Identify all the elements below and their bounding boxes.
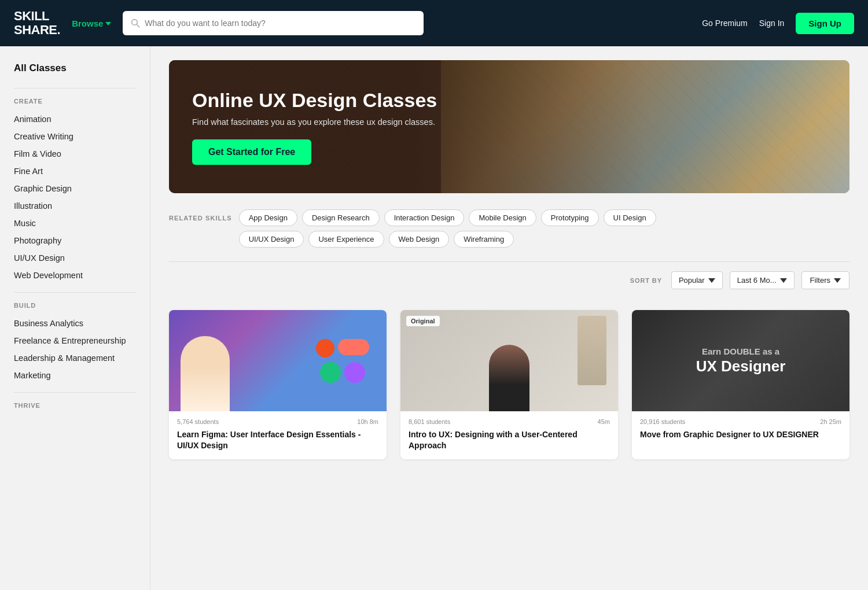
course-students-figma: 5,764 students xyxy=(177,418,219,425)
figma-orange-pill xyxy=(338,339,369,355)
sidebar-item-freelance[interactable]: Freelance & Entrepreneurship xyxy=(14,332,136,349)
related-skills-row-2: RELATED SKILLS UI/UX Design User Experie… xyxy=(169,231,849,248)
hero-title: Online UX Design Classes xyxy=(192,89,437,112)
sidebar-item-creative-writing[interactable]: Creative Writing xyxy=(14,128,136,145)
skill-tag-wireframing[interactable]: Wireframing xyxy=(454,231,514,248)
sidebar-item-marketing[interactable]: Marketing xyxy=(14,367,136,384)
figma-purple-circle xyxy=(344,362,365,383)
sidebar-all-classes[interactable]: All Classes xyxy=(14,62,136,74)
sidebar-item-film-video[interactable]: Film & Video xyxy=(14,145,136,163)
course-meta-ux: 8,601 students 45m xyxy=(409,418,610,425)
sidebar-item-ui-ux[interactable]: UI/UX Design xyxy=(14,249,136,267)
skill-tag-user-experience[interactable]: User Experience xyxy=(308,231,384,248)
sort-time-select[interactable]: Last 6 Mo... xyxy=(730,271,795,289)
earn-text-top: Earn DOUBLE as a xyxy=(696,346,786,357)
course-title-ux: Intro to UX: Designing with a User-Cente… xyxy=(409,429,610,451)
hero-cta-button[interactable]: Get Started for Free xyxy=(192,139,311,165)
chevron-down-icon-3 xyxy=(834,278,841,283)
course-info-ux: 8,601 students 45m Intro to UX: Designin… xyxy=(400,411,618,459)
sort-popular-select[interactable]: Popular xyxy=(671,271,723,289)
course-thumbnail-ux: Original xyxy=(400,310,618,411)
browse-label: Browse xyxy=(72,19,103,28)
course-title-figma: Learn Figma: User Interface Design Essen… xyxy=(177,429,378,451)
search-icon xyxy=(131,19,140,28)
figma-green-circle xyxy=(320,362,341,383)
related-skills-section: RELATED SKILLS App Design Design Researc… xyxy=(169,209,849,248)
person-silhouette xyxy=(181,336,230,411)
hero-content: Online UX Design Classes Find what fasci… xyxy=(169,70,460,184)
sidebar-item-leadership[interactable]: Leadership & Management xyxy=(14,349,136,367)
related-skills-row-1: RELATED SKILLS App Design Design Researc… xyxy=(169,209,849,226)
sidebar-item-business-analytics[interactable]: Business Analytics xyxy=(14,315,136,332)
skill-tag-ui-ux-design[interactable]: UI/UX Design xyxy=(239,231,304,248)
skill-tag-interaction-design[interactable]: Interaction Design xyxy=(384,209,465,226)
sign-up-button[interactable]: Sign Up xyxy=(796,13,854,34)
chevron-down-icon xyxy=(708,278,715,283)
sidebar-item-illustration[interactable]: Illustration xyxy=(14,197,136,215)
sidebar-item-photography[interactable]: Photography xyxy=(14,232,136,249)
course-duration-figma: 10h 8m xyxy=(357,418,378,425)
sidebar-divider-3 xyxy=(14,392,136,393)
sort-time-value: Last 6 Mo... xyxy=(737,276,777,285)
courses-grid: 5,764 students 10h 8m Learn Figma: User … xyxy=(169,310,849,459)
sidebar-section-create: CREATE xyxy=(14,98,136,105)
chevron-down-icon-2 xyxy=(780,278,787,283)
sidebar: All Classes CREATE Animation Creative Wr… xyxy=(0,46,150,590)
earn-text-main: UX Designer xyxy=(696,357,786,375)
skill-tag-web-design[interactable]: Web Design xyxy=(389,231,450,248)
original-badge: Original xyxy=(406,316,440,326)
person-body xyxy=(489,345,529,411)
header: SKILL SHaRe. Browse Go Premium Sign In S… xyxy=(0,0,868,46)
figma-shapes xyxy=(316,339,369,383)
sign-in-button[interactable]: Sign In xyxy=(759,19,785,28)
search-bar xyxy=(123,11,424,35)
sidebar-item-graphic-design[interactable]: Graphic Design xyxy=(14,180,136,197)
course-thumbnail-figma xyxy=(169,310,387,411)
filters-label: Filters xyxy=(810,276,830,285)
hero-banner: Online UX Design Classes Find what fasci… xyxy=(169,60,849,193)
skill-tag-prototyping[interactable]: Prototyping xyxy=(541,209,599,226)
search-input[interactable] xyxy=(145,19,415,28)
filters-button[interactable]: Filters xyxy=(801,271,849,289)
earn-thumbnail-bg: Earn DOUBLE as a UX Designer xyxy=(632,310,849,411)
course-students-earn: 20,916 students xyxy=(640,418,685,425)
skill-tag-app-design[interactable]: App Design xyxy=(239,209,297,226)
svg-line-1 xyxy=(137,24,140,27)
sort-by-label: SORT BY xyxy=(630,277,662,284)
course-card-figma[interactable]: 5,764 students 10h 8m Learn Figma: User … xyxy=(169,310,387,459)
skill-tag-mobile-design[interactable]: Mobile Design xyxy=(469,209,536,226)
sort-bar: SORT BY Popular Last 6 Mo... Filters xyxy=(169,261,849,298)
figma-thumbnail-bg xyxy=(169,310,387,411)
course-card-earn[interactable]: Earn DOUBLE as a UX Designer 20,916 stud… xyxy=(632,310,849,459)
course-duration-earn: 2h 25m xyxy=(820,418,841,425)
hero-subtitle: Find what fascinates you as you explore … xyxy=(192,117,437,127)
go-premium-button[interactable]: Go Premium xyxy=(702,19,748,28)
sidebar-divider xyxy=(14,88,136,89)
course-card-ux[interactable]: Original 8,601 students 45m Intro to UX:… xyxy=(400,310,618,459)
main-content: Online UX Design Classes Find what fasci… xyxy=(150,46,868,590)
header-right: Go Premium Sign In Sign Up xyxy=(702,13,854,34)
sidebar-item-web-dev[interactable]: Web Development xyxy=(14,267,136,284)
sidebar-item-animation[interactable]: Animation xyxy=(14,110,136,128)
sidebar-item-fine-art[interactable]: Fine Art xyxy=(14,163,136,180)
course-thumbnail-earn: Earn DOUBLE as a UX Designer xyxy=(632,310,849,411)
skill-tag-design-research[interactable]: Design Research xyxy=(302,209,380,226)
svg-point-0 xyxy=(132,20,138,25)
course-title-earn: Move from Graphic Designer to UX DESIGNE… xyxy=(640,429,841,440)
sort-popular-value: Popular xyxy=(679,276,705,285)
course-meta-figma: 5,764 students 10h 8m xyxy=(177,418,378,425)
course-duration-ux: 45m xyxy=(598,418,610,425)
chevron-down-icon xyxy=(105,21,111,27)
sidebar-divider-2 xyxy=(14,292,136,293)
logo: SKILL SHaRe. xyxy=(14,9,60,37)
browse-button[interactable]: Browse xyxy=(72,19,111,28)
sidebar-section-thrive: THRIVE xyxy=(14,402,136,409)
course-meta-earn: 20,916 students 2h 25m xyxy=(640,418,841,425)
skill-tag-ui-design[interactable]: UI Design xyxy=(604,209,656,226)
page-body: All Classes CREATE Animation Creative Wr… xyxy=(0,46,868,590)
related-skills-label: RELATED SKILLS xyxy=(169,215,232,222)
sidebar-item-music[interactable]: Music xyxy=(14,215,136,232)
course-info-figma: 5,764 students 10h 8m Learn Figma: User … xyxy=(169,411,387,459)
course-info-earn: 20,916 students 2h 25m Move from Graphic… xyxy=(632,411,849,448)
figma-red-circle xyxy=(316,339,334,357)
